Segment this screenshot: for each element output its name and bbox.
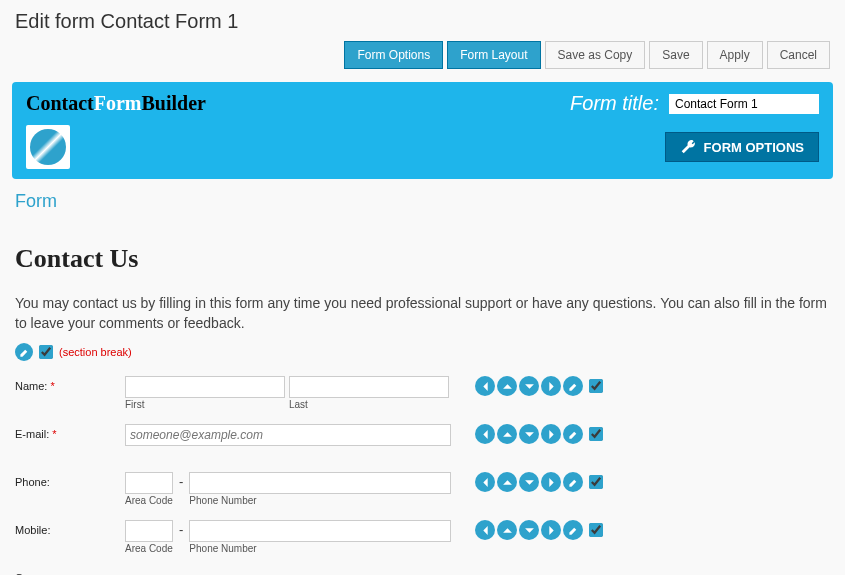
form-heading: Contact Us — [15, 244, 830, 274]
mobile-dash: - — [177, 520, 185, 554]
field-row-mobile: Mobile: Area Code - Phone Number — [15, 520, 830, 560]
header-banner: ContactFormBuilder Form title: FORM OPTI… — [12, 82, 833, 179]
field-actions — [475, 424, 603, 444]
toolbar: Form Options Form Layout Save as Copy Sa… — [0, 33, 845, 77]
move-down-icon[interactable] — [519, 376, 539, 396]
field-label-email: E-mail: * — [15, 424, 125, 440]
form-description: You may contact us by filling in this fo… — [15, 294, 830, 333]
first-name-sublabel: First — [125, 399, 285, 410]
move-down-icon[interactable] — [519, 520, 539, 540]
first-name-input[interactable] — [125, 376, 285, 398]
section-break-label: (section break) — [59, 346, 132, 358]
move-up-icon[interactable] — [497, 472, 517, 492]
move-right-icon[interactable] — [541, 472, 561, 492]
phone-area-input[interactable] — [125, 472, 173, 494]
edit-icon[interactable] — [15, 343, 33, 361]
phone-number-sublabel: Phone Number — [189, 495, 451, 506]
form-layout-button[interactable]: Form Layout — [447, 41, 540, 69]
field-label-company: Company: — [15, 568, 125, 575]
email-input[interactable] — [125, 424, 451, 446]
apply-button[interactable]: Apply — [707, 41, 763, 69]
save-button[interactable]: Save — [649, 41, 702, 69]
move-right-icon[interactable] — [541, 520, 561, 540]
field-enable-checkbox[interactable] — [589, 523, 603, 537]
field-label-mobile: Mobile: — [15, 520, 125, 536]
move-right-icon[interactable] — [541, 376, 561, 396]
mobile-number-input[interactable] — [189, 520, 451, 542]
move-left-icon[interactable] — [475, 520, 495, 540]
phone-dash: - — [177, 472, 185, 506]
field-row-name: Name: * First Last — [15, 376, 830, 416]
field-actions — [475, 376, 603, 396]
field-row-email: E-mail: * — [15, 424, 830, 464]
last-name-sublabel: Last — [289, 399, 449, 410]
form-title-input[interactable] — [669, 94, 819, 114]
form-options-panel-button[interactable]: FORM OPTIONS — [665, 132, 819, 162]
wrench-icon — [680, 139, 696, 155]
mobile-area-input[interactable] — [125, 520, 173, 542]
edit-field-icon[interactable] — [563, 520, 583, 540]
field-label-name: Name: * — [15, 376, 125, 392]
phone-number-input[interactable] — [189, 472, 451, 494]
edit-field-icon[interactable] — [563, 424, 583, 444]
field-actions — [475, 472, 603, 492]
edit-field-icon[interactable] — [563, 376, 583, 396]
move-left-icon[interactable] — [475, 424, 495, 444]
move-up-icon[interactable] — [497, 376, 517, 396]
move-up-icon[interactable] — [497, 424, 517, 444]
page-title: Edit form Contact Form 1 — [15, 10, 238, 33]
field-enable-checkbox[interactable] — [589, 427, 603, 441]
move-up-icon[interactable] — [497, 520, 517, 540]
move-left-icon[interactable] — [475, 472, 495, 492]
section-break-row: (section break) — [15, 343, 830, 361]
edit-field-icon[interactable] — [563, 472, 583, 492]
avatar-icon — [30, 129, 66, 165]
move-down-icon[interactable] — [519, 424, 539, 444]
field-label-phone: Phone: — [15, 472, 125, 488]
section-break-checkbox[interactable] — [39, 345, 53, 359]
brand-logo: ContactFormBuilder — [26, 92, 206, 115]
save-as-copy-button[interactable]: Save as Copy — [545, 41, 646, 69]
move-right-icon[interactable] — [541, 424, 561, 444]
last-name-input[interactable] — [289, 376, 449, 398]
form-content: Contact Us You may contact us by filling… — [0, 224, 845, 575]
mobile-area-sublabel: Area Code — [125, 543, 173, 554]
field-row-company: Company: — [15, 568, 830, 575]
form-options-button[interactable]: Form Options — [344, 41, 443, 69]
form-title-label: Form title: — [570, 92, 659, 115]
field-actions — [475, 520, 603, 540]
field-enable-checkbox[interactable] — [589, 379, 603, 393]
avatar — [26, 125, 70, 169]
move-down-icon[interactable] — [519, 472, 539, 492]
move-left-icon[interactable] — [475, 376, 495, 396]
tab-form[interactable]: Form — [0, 179, 72, 224]
field-enable-checkbox[interactable] — [589, 475, 603, 489]
mobile-number-sublabel: Phone Number — [189, 543, 451, 554]
cancel-button[interactable]: Cancel — [767, 41, 830, 69]
phone-area-sublabel: Area Code — [125, 495, 173, 506]
field-row-phone: Phone: Area Code - Phone Number — [15, 472, 830, 512]
